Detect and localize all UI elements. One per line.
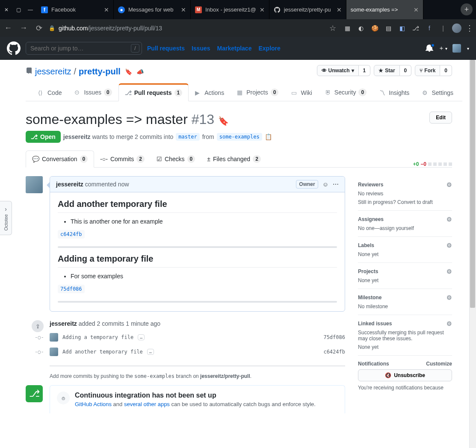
- star-button[interactable]: ★ Star: [374, 65, 399, 76]
- add-reaction-icon[interactable]: ☺: [322, 181, 328, 188]
- scrollbar[interactable]: [469, 60, 476, 448]
- close-icon[interactable]: ✕: [104, 6, 109, 13]
- edit-button[interactable]: Edit: [429, 112, 452, 124]
- nav-marketplace[interactable]: Marketplace: [217, 45, 252, 52]
- notifications-button[interactable]: [426, 44, 433, 53]
- browser-tab-facebook[interactable]: f Facebook ✕: [37, 0, 114, 19]
- commit-sha[interactable]: c6424fb: [323, 349, 345, 355]
- tab-settings[interactable]: ⚙Settings: [416, 85, 460, 101]
- ellipsis-icon[interactable]: …: [147, 349, 154, 355]
- user-avatar[interactable]: [452, 44, 461, 53]
- bookmark-icon[interactable]: 🔖: [218, 116, 229, 126]
- watchers-count[interactable]: 1: [359, 65, 371, 76]
- tab-issues[interactable]: ⊙Issues0: [68, 84, 118, 101]
- nav-issues[interactable]: Issues: [192, 45, 210, 52]
- tab-code[interactable]: ⟨⟩Code: [32, 85, 68, 101]
- comment-author[interactable]: jessereitz: [56, 181, 83, 188]
- forward-button[interactable]: →: [18, 23, 29, 34]
- gear-icon[interactable]: ⚙: [446, 242, 452, 249]
- divider: [58, 246, 337, 248]
- browser-tab-gmail[interactable]: M Inbox - jessereitz1@ ✕: [191, 0, 269, 19]
- convert-to-draft-link[interactable]: Still in progress? Convert to draft: [358, 199, 433, 205]
- push-hint: Add more commits by pushing to the some-…: [50, 373, 345, 379]
- sidebar-heading: Milestone: [358, 295, 381, 301]
- avatar[interactable]: [26, 176, 43, 193]
- close-icon[interactable]: ✕: [414, 6, 419, 13]
- gear-icon[interactable]: ⚙: [446, 320, 452, 327]
- fork-button[interactable]: ⑂ Fork: [415, 65, 440, 76]
- extension-icon[interactable]: ◧: [397, 24, 407, 33]
- extension-icon[interactable]: 🍪: [370, 24, 379, 33]
- browser-menu[interactable]: ⋮: [466, 24, 473, 33]
- head-branch[interactable]: some-examples: [217, 133, 262, 141]
- github-logo[interactable]: [7, 41, 21, 55]
- window-close-icon[interactable]: ✕: [3, 6, 10, 14]
- tab-security[interactable]: ⛨Security0: [319, 84, 373, 101]
- sidebar-heading: Labels: [358, 242, 374, 248]
- star-icon[interactable]: ☆: [327, 23, 338, 34]
- tab-commits[interactable]: -○-Commits2: [94, 151, 151, 167]
- nav-explore[interactable]: Explore: [258, 45, 280, 52]
- megaphone-icon[interactable]: 📣: [136, 68, 144, 75]
- nav-pulls[interactable]: Pull requests: [147, 45, 185, 52]
- browser-tab-messages[interactable]: ● Messages for web ✕: [114, 0, 191, 19]
- comment-menu-icon[interactable]: ⋯: [333, 181, 339, 188]
- ellipsis-icon[interactable]: …: [138, 334, 145, 340]
- repo-name-link[interactable]: pretty-pull: [79, 67, 121, 77]
- gear-icon[interactable]: ⚙: [446, 268, 452, 275]
- close-icon[interactable]: ✕: [260, 6, 265, 13]
- tab-projects[interactable]: ▦Projects0: [231, 84, 285, 101]
- address-bar[interactable]: 🔒 github.com/jessereitz/pretty-pull/pull…: [49, 25, 323, 32]
- github-actions-link[interactable]: GitHub Actions: [75, 401, 112, 407]
- commit-sha[interactable]: 75df086: [323, 334, 345, 340]
- github-search-input[interactable]: [26, 42, 142, 55]
- tab-files[interactable]: ±Files changed2: [201, 151, 267, 167]
- window-minimize-icon[interactable]: —: [27, 6, 34, 14]
- tab-actions[interactable]: ▶Actions: [189, 85, 231, 101]
- create-new-menu[interactable]: ＋▾: [438, 44, 447, 52]
- back-button[interactable]: ←: [3, 23, 14, 34]
- extensions-separator: |: [438, 24, 448, 33]
- commit-sha-link[interactable]: c6424fb: [58, 230, 85, 239]
- profile-avatar[interactable]: [452, 24, 461, 33]
- extension-icon[interactable]: f: [425, 24, 434, 33]
- base-branch[interactable]: master: [176, 133, 199, 141]
- copy-icon[interactable]: 📋: [265, 133, 272, 140]
- gear-icon[interactable]: ⚙: [446, 294, 452, 301]
- browser-tab-repo[interactable]: jessereitz/pretty-pu ✕: [269, 0, 346, 19]
- extension-icon[interactable]: ▦: [343, 24, 352, 33]
- tab-checks[interactable]: ☑Checks0: [151, 151, 201, 167]
- mute-icon: 🔇: [385, 372, 391, 378]
- commit-message: Add another temporary file: [62, 349, 143, 355]
- tab-insights[interactable]: 〽Insights: [373, 85, 416, 101]
- bookmark-icon[interactable]: 🔖: [125, 68, 132, 75]
- gear-icon[interactable]: ⚙: [446, 216, 452, 223]
- assign-yourself-link[interactable]: No one—assign yourself: [358, 225, 414, 231]
- close-icon[interactable]: ✕: [337, 6, 342, 13]
- unwatch-button[interactable]: 👁 Unwatch ▾: [317, 65, 359, 76]
- customize-link[interactable]: Customize: [426, 361, 452, 367]
- tab-wiki[interactable]: ▭Wiki: [285, 85, 318, 101]
- commit-row[interactable]: -○- Adding a temporary file … 75df086: [50, 333, 345, 342]
- extension-icon[interactable]: ◐: [356, 24, 366, 33]
- gear-icon[interactable]: ⚙: [446, 181, 452, 188]
- other-apps-link[interactable]: several other apps: [124, 401, 170, 407]
- section-heading: Adding a temporary file: [58, 254, 337, 268]
- extension-icon[interactable]: ⎇: [411, 24, 420, 33]
- new-tab-button[interactable]: +: [461, 3, 473, 15]
- close-icon[interactable]: ✕: [181, 6, 186, 13]
- tab-conversation[interactable]: 💬Conversation0: [26, 150, 94, 168]
- octotree-toggle[interactable]: › Octotee: [0, 201, 12, 235]
- window-maximize-icon[interactable]: ▢: [15, 6, 22, 14]
- forks-count[interactable]: 0: [440, 65, 452, 76]
- extension-icon[interactable]: ▤: [384, 24, 393, 33]
- github-icon: [274, 6, 281, 13]
- commit-sha-link[interactable]: 75df086: [58, 285, 85, 293]
- commit-row[interactable]: -○- Add another temporary file … c6424fb: [50, 348, 345, 356]
- unsubscribe-button[interactable]: 🔇Unsubscribe: [358, 369, 452, 381]
- stars-count[interactable]: 0: [400, 65, 412, 76]
- tab-pulls[interactable]: ⎇Pull requests1: [118, 83, 189, 101]
- reload-button[interactable]: ⟳: [33, 23, 44, 34]
- browser-tab-pr[interactable]: some-examples => ✕: [346, 0, 423, 19]
- repo-owner-link[interactable]: jessereitz: [35, 67, 71, 77]
